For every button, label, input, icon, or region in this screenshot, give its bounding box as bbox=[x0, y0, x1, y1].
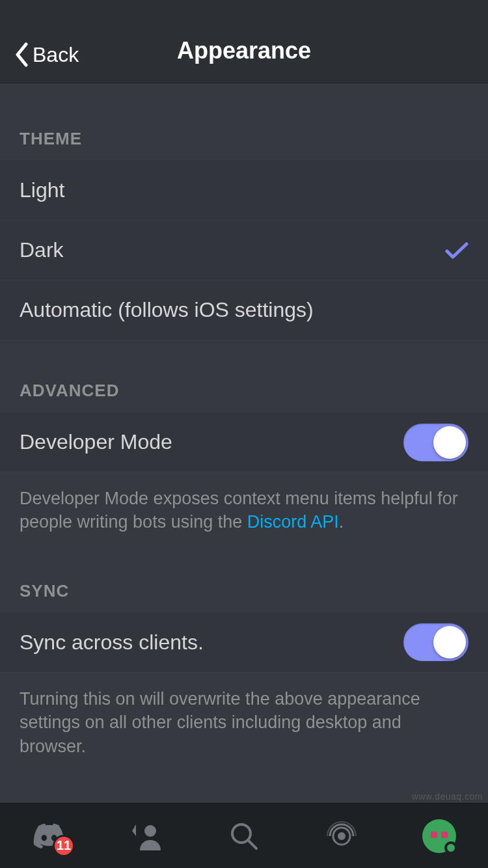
toggle-knob bbox=[433, 426, 466, 459]
developer-mode-toggle[interactable] bbox=[403, 424, 468, 461]
friends-icon bbox=[131, 822, 162, 850]
tab-search[interactable] bbox=[227, 819, 261, 853]
notification-badge: 11 bbox=[53, 835, 75, 857]
theme-option-dark[interactable]: Dark bbox=[0, 221, 488, 280]
settings-scroll[interactable]: THEME Light Dark Automatic (follows iOS … bbox=[0, 83, 488, 803]
sync-clients-row[interactable]: Sync across clients. bbox=[0, 613, 488, 673]
tab-bar: 11 bbox=[0, 803, 488, 868]
status-online-icon bbox=[444, 841, 457, 854]
toggle-knob bbox=[433, 626, 466, 658]
section-header-theme: THEME bbox=[0, 83, 488, 161]
sync-clients-label: Sync across clients. bbox=[20, 631, 204, 655]
section-header-sync: SYNC bbox=[0, 541, 488, 613]
tab-mentions[interactable] bbox=[325, 819, 359, 853]
theme-option-light[interactable]: Light bbox=[0, 161, 488, 221]
back-label: Back bbox=[33, 43, 79, 67]
checkmark-icon bbox=[445, 241, 468, 260]
developer-mode-description: Developer Mode exposes context menu item… bbox=[0, 472, 488, 541]
search-icon bbox=[230, 822, 258, 850]
svg-point-3 bbox=[338, 832, 346, 840]
discord-api-link[interactable]: Discord API bbox=[247, 512, 339, 532]
back-button[interactable]: Back bbox=[14, 42, 79, 67]
chevron-left-icon bbox=[14, 42, 29, 67]
developer-mode-label: Developer Mode bbox=[20, 430, 172, 454]
sync-description: Turning this on will overwrite the above… bbox=[0, 673, 488, 765]
header-bar: Back Appearance bbox=[0, 0, 488, 83]
tab-friends[interactable] bbox=[129, 819, 163, 853]
avatar bbox=[422, 819, 456, 853]
sync-clients-toggle[interactable] bbox=[403, 623, 468, 661]
theme-option-label: Dark bbox=[20, 238, 64, 262]
theme-option-automatic[interactable]: Automatic (follows iOS settings) bbox=[0, 280, 488, 340]
theme-option-label: Automatic (follows iOS settings) bbox=[20, 298, 314, 322]
tab-home[interactable]: 11 bbox=[32, 819, 66, 853]
watermark: www.deuaq.com bbox=[412, 791, 483, 802]
svg-line-2 bbox=[249, 841, 256, 848]
section-header-advanced: ADVANCED bbox=[0, 340, 488, 413]
developer-mode-row[interactable]: Developer Mode bbox=[0, 413, 488, 472]
tab-profile[interactable] bbox=[422, 819, 456, 853]
svg-point-0 bbox=[144, 825, 156, 837]
theme-option-label: Light bbox=[20, 178, 64, 202]
mentions-icon bbox=[326, 821, 357, 852]
